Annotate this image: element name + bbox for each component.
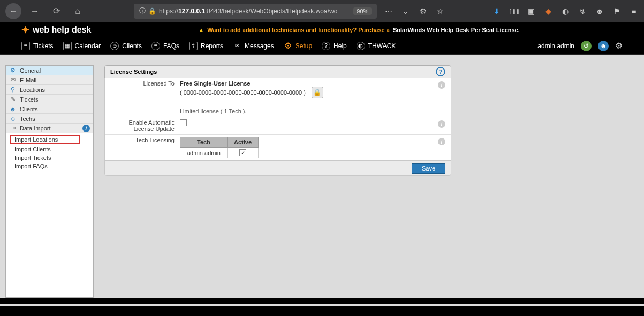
sidebar-sub-import-faqs[interactable]: Import FAQs [6,162,93,171]
back-button[interactable]: ← [5,3,21,19]
faqs-icon: ≡ [151,42,160,50]
user-avatar-icon[interactable]: ☻ [598,41,609,51]
th-active: Active [227,137,258,148]
extension-icon-3[interactable]: ↯ [578,6,587,16]
url-path: :8443/helpdesk/WebObjects/Helpdesk.woa/w… [205,7,337,15]
sidebar-sub-import-tickets[interactable]: Import Tickets [6,153,93,162]
sidebar-icon[interactable]: ▣ [526,6,536,16]
tech-licensing-label: Tech Licensing [110,137,180,158]
sidebar-sub-import-clients[interactable]: Import Clients [6,145,93,153]
nav-calendar[interactable]: ▦Calendar [63,42,101,50]
limited-license-text: Limited license ( 1 Tech ). [180,108,445,114]
sidebar-item-email[interactable]: ✉E-Mail [6,75,93,85]
panel-help-icon[interactable]: ? [436,67,445,76]
app-logo[interactable]: ✦ web help desk [21,24,91,36]
list-icon: ≡ [21,42,30,50]
license-banner[interactable]: ▲ Want to add additional technicians and… [198,27,519,33]
sidebar-sub-import-locations[interactable]: Import Locations [10,135,80,144]
extension-icon-2[interactable]: ◐ [560,6,570,16]
auto-update-checkbox[interactable] [180,119,187,126]
forward-button[interactable]: → [27,3,43,19]
zoom-badge[interactable]: 90% [353,7,372,15]
url-bar[interactable]: ⓘ 🔒 https://127.0.0.1:8443/helpdesk/WebO… [134,4,377,19]
url-scheme: https:// [159,7,178,15]
library-icon[interactable]: ⫿⫿⫿ [509,6,519,16]
bottom-bar [0,306,644,316]
setup-sidebar: ⚙General ✉E-Mail ⚲Locations ✎Tickets ☻Cl… [5,65,94,298]
extension-icon-1[interactable]: ◆ [543,6,553,16]
panel-body: Licensed To Free Single-User License ( 0… [104,78,451,161]
th-tech: Tech [180,137,228,148]
nav-tickets[interactable]: ≡Tickets [21,42,54,50]
protection-icon[interactable]: ⚙ [418,6,428,16]
browser-right-controls: ⋯ ⌄ ⚙ ☆ ⬇ ⫿⫿⫿ ▣ ◆ ◐ ↯ ☻ ⚑ ≡ [384,6,639,16]
nav-reports[interactable]: ⇡Reports [189,42,223,50]
reload-button[interactable]: ⟳ [48,3,64,19]
nav-messages[interactable]: ✉Messages [233,42,274,50]
customize-icon[interactable]: ⚑ [612,6,622,16]
sidebar-item-techs[interactable]: ☺Techs [6,114,93,124]
license-key: ( 0000-0000-0000-0000-0000-0000-0000-000… [180,89,306,96]
gear-icon: ⚙ [284,42,292,50]
current-user[interactable]: admin admin [537,42,574,50]
sidebar-item-tickets[interactable]: ✎Tickets [6,95,93,104]
table-row: admin admin ✓ [180,148,259,158]
downloads-icon[interactable]: ⬇ [492,6,502,16]
info-icon[interactable]: i [438,120,445,128]
mail-icon: ✉ [9,76,17,84]
tech-name-cell: admin admin [180,148,228,158]
sidebar-item-locations[interactable]: ⚲Locations [6,85,93,95]
reports-icon: ⇡ [189,42,198,50]
sidebar-item-general[interactable]: ⚙General [6,66,93,75]
warning-icon: ▲ [198,27,204,33]
url-host: 127.0.0.1 [178,7,205,15]
banner-text-1: Want to add additional technicians and f… [207,27,390,33]
nav-setup[interactable]: ⚙Setup [284,42,312,50]
nav-thwack[interactable]: ◐THWACK [357,42,396,50]
clients-icon: ☻ [9,105,17,113]
nav-help[interactable]: ?Help [322,42,347,50]
nav-user-area: admin admin ↺ ☻ ⚙ [537,41,623,51]
row-licensed-to: Licensed To Free Single-User License ( 0… [105,78,451,117]
tech-active-checkbox[interactable]: ✓ [239,149,246,156]
calendar-icon: ▦ [63,42,72,50]
nav-faqs[interactable]: ≡FAQs [151,42,179,50]
app-header: ✦ web help desk ▲ Want to add additional… [0,22,644,37]
import-icon: ⇥ [9,125,17,132]
more-icon[interactable]: ⋯ [384,6,393,16]
auto-update-value: i [180,119,445,132]
info-icon[interactable]: i [438,138,445,145]
row-tech-licensing: Tech Licensing Tech Active admin admin ✓… [105,134,451,160]
content-area: ⚙General ✉E-Mail ⚲Locations ✎Tickets ☻Cl… [0,55,644,298]
tech-licensing-value: Tech Active admin admin ✓ i [180,137,445,158]
techs-icon: ☺ [9,115,17,122]
account-icon[interactable]: ☻ [595,6,604,16]
sidebar-item-dataimport[interactable]: ⇥Data Importi [6,124,93,133]
license-lock-button[interactable]: 🔒 [312,87,323,98]
menu-icon[interactable]: ≡ [629,6,639,16]
save-button[interactable]: Save [412,163,445,174]
gear-icon: ⚙ [9,67,17,74]
info-icon[interactable]: i [82,125,90,132]
license-name: Free Single-User License [180,80,250,87]
pocket-icon[interactable]: ⌄ [401,6,411,16]
browser-toolbar: ← → ⟳ ⌂ ⓘ 🔒 https://127.0.0.1:8443/helpd… [0,0,644,22]
info-icon[interactable]: i [438,81,445,89]
row-auto-update: Enable Automatic License Update i [105,117,451,134]
star-icon[interactable]: ☆ [435,6,445,16]
mail-icon: ✉ [233,42,241,50]
nav-clients[interactable]: ☺Clients [110,42,142,50]
home-button[interactable]: ⌂ [70,3,86,19]
tech-table: Tech Active admin admin ✓ [180,137,259,158]
panel-footer: Save [104,161,451,176]
settings-gear-icon[interactable]: ⚙ [615,41,623,51]
licensed-to-value: Free Single-User License ( 0000-0000-000… [180,80,445,114]
license-panel: License Settings ? Licensed To Free Sing… [104,65,451,298]
main-nav: ≡Tickets ▦Calendar ☺Clients ≡FAQs ⇡Repor… [0,37,644,55]
pin-icon: ⚲ [9,86,17,94]
user-status-icon[interactable]: ↺ [581,41,592,51]
sidebar-subitems: Import Locations Import Clients Import T… [6,133,93,171]
person-icon: ☺ [110,42,119,50]
sidebar-item-clients[interactable]: ☻Clients [6,104,93,114]
ticket-icon: ✎ [9,96,17,103]
